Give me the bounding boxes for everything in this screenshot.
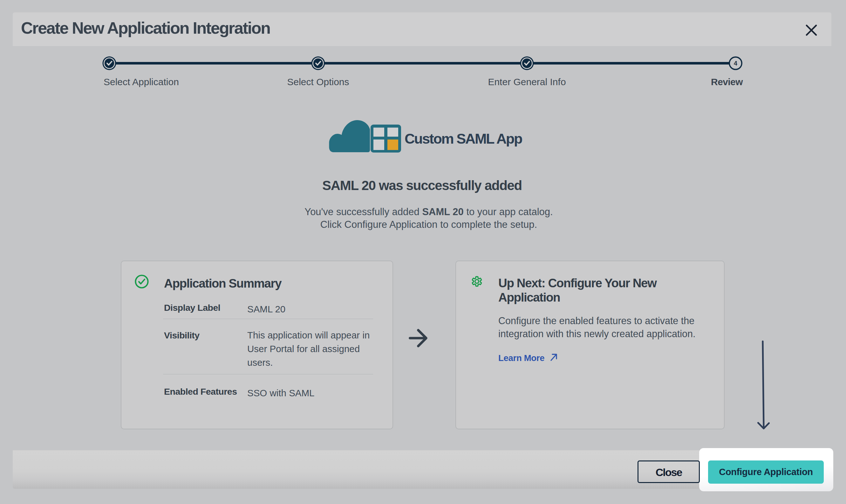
svg-text:4: 4: [734, 60, 737, 67]
